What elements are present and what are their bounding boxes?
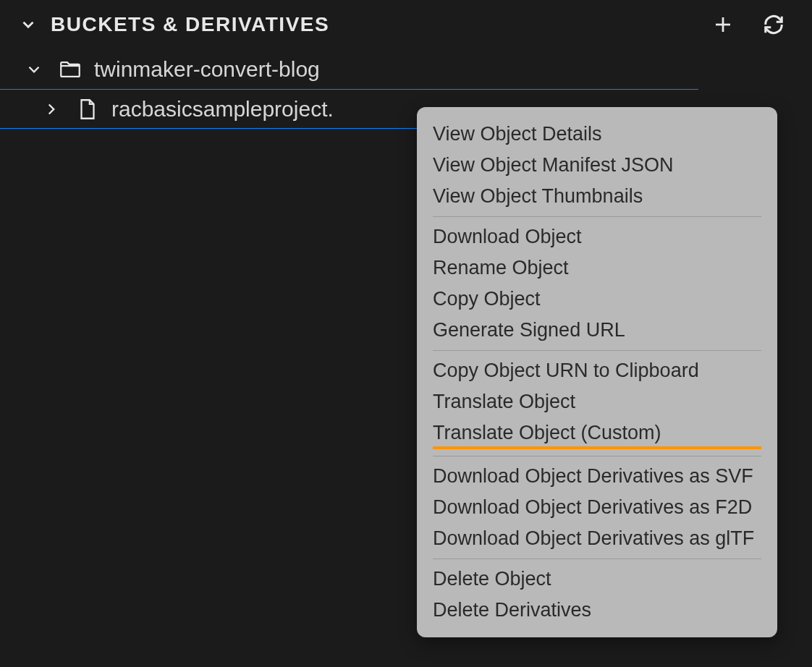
menu-group: Copy Object URN to Clipboard Translate O… xyxy=(433,351,761,456)
chevron-right-icon[interactable] xyxy=(39,97,64,122)
menu-item-translate-object[interactable]: Translate Object xyxy=(433,386,761,417)
folder-icon xyxy=(58,57,83,82)
panel-header: BUCKETS & DERIVATIVES xyxy=(0,0,812,49)
menu-item-translate-object-custom[interactable]: Translate Object (Custom) xyxy=(433,417,761,449)
header-actions xyxy=(709,11,796,38)
file-name-label: racbasicsampleproject. xyxy=(111,97,334,122)
menu-item-view-object-manifest-json[interactable]: View Object Manifest JSON xyxy=(433,150,761,181)
panel-title: BUCKETS & DERIVATIVES xyxy=(51,13,329,36)
add-button[interactable] xyxy=(709,11,737,38)
menu-item-delete-derivatives[interactable]: Delete Derivatives xyxy=(433,595,761,626)
menu-item-copy-object[interactable]: Copy Object xyxy=(433,284,761,315)
menu-item-generate-signed-url[interactable]: Generate Signed URL xyxy=(433,315,761,346)
menu-group: Download Object Derivatives as SVF Downl… xyxy=(433,456,761,559)
refresh-button[interactable] xyxy=(760,11,787,38)
panel-header-left: BUCKETS & DERIVATIVES xyxy=(16,12,709,37)
menu-item-download-derivatives-f2d[interactable]: Download Object Derivatives as F2D xyxy=(433,492,761,523)
chevron-down-icon[interactable] xyxy=(22,57,46,82)
chevron-down-icon[interactable] xyxy=(16,12,41,37)
menu-item-view-object-details[interactable]: View Object Details xyxy=(433,119,761,150)
file-icon xyxy=(75,97,100,122)
bucket-name-label: twinmaker-convert-blog xyxy=(94,57,320,82)
context-menu: View Object Details View Object Manifest… xyxy=(417,107,777,637)
menu-item-delete-object[interactable]: Delete Object xyxy=(433,564,761,595)
menu-item-rename-object[interactable]: Rename Object xyxy=(433,252,761,284)
menu-item-copy-urn-clipboard[interactable]: Copy Object URN to Clipboard xyxy=(433,355,761,386)
menu-item-download-derivatives-gltf[interactable]: Download Object Derivatives as glTF xyxy=(433,523,761,554)
menu-group: Delete Object Delete Derivatives xyxy=(433,559,761,630)
menu-group: View Object Details View Object Manifest… xyxy=(433,114,761,217)
bucket-row[interactable]: twinmaker-convert-blog xyxy=(0,49,812,89)
menu-group: Download Object Rename Object Copy Objec… xyxy=(433,217,761,351)
menu-item-download-object[interactable]: Download Object xyxy=(433,221,761,252)
menu-item-download-derivatives-svf[interactable]: Download Object Derivatives as SVF xyxy=(433,461,761,492)
menu-item-view-object-thumbnails[interactable]: View Object Thumbnails xyxy=(433,181,761,212)
